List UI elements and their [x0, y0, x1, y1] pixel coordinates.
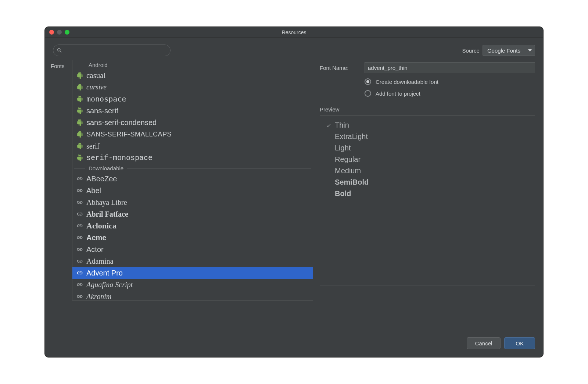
- font-item-label: Advent Pro: [86, 269, 123, 277]
- dialog-body: Fonts Androidcasualcursivemonospacesans-…: [45, 60, 543, 331]
- preview-weight-item[interactable]: SemiBold: [325, 177, 530, 188]
- font-item-label: Abhaya Libre: [86, 198, 127, 207]
- font-item-label: Abril Fatface: [86, 210, 128, 218]
- preview-weight-label: Light: [335, 144, 351, 152]
- android-icon: [76, 119, 83, 126]
- resources-dialog: Resources Source Google Fonts Fonts Andr…: [45, 27, 543, 357]
- toolbar: Source Google Fonts: [45, 38, 543, 60]
- preview-weight-item[interactable]: Bold: [325, 188, 530, 199]
- preview-weight-label: Thin: [335, 121, 349, 129]
- font-item-label: serif-monospace: [86, 154, 153, 162]
- link-icon: [76, 187, 83, 194]
- font-item-label: Abel: [86, 186, 101, 195]
- font-item-label: cursive: [86, 83, 107, 91]
- zoom-window-button[interactable]: [65, 30, 69, 35]
- preview-weight-item[interactable]: Light: [325, 142, 530, 154]
- font-list-item[interactable]: Abhaya Libre: [72, 196, 313, 208]
- radio-create-downloadable[interactable]: Create downloadable font: [365, 78, 535, 85]
- font-item-label: Acme: [86, 234, 106, 242]
- cancel-button[interactable]: Cancel: [467, 337, 501, 349]
- radio-add-to-project[interactable]: Add font to project: [365, 90, 535, 97]
- search-input[interactable]: [53, 45, 171, 56]
- source-dropdown[interactable]: Google Fonts: [483, 45, 535, 56]
- font-group-header: Downloadable: [72, 164, 313, 173]
- font-list-item[interactable]: Adamina: [72, 255, 313, 267]
- font-item-label: sans-serif-condensed: [86, 118, 157, 127]
- ok-button[interactable]: OK: [504, 337, 535, 349]
- font-list-item[interactable]: Advent Pro: [72, 267, 313, 279]
- font-list-item[interactable]: SANS-SERIF-SMALLCAPS: [72, 128, 313, 140]
- font-item-label: casual: [86, 71, 105, 80]
- link-icon: [76, 222, 83, 230]
- radio-icon: [365, 78, 371, 85]
- link-icon: [76, 175, 83, 182]
- preview-weight-item[interactable]: Medium: [325, 165, 530, 177]
- link-icon: [76, 199, 83, 206]
- preview-weight-item[interactable]: ExtraLight: [325, 131, 530, 142]
- font-item-label: SANS-SERIF-SMALLCAPS: [86, 131, 172, 138]
- font-item-label: sans-serif: [86, 107, 118, 115]
- link-icon: [76, 234, 83, 241]
- font-list-item[interactable]: sans-serif-condensed: [72, 117, 313, 128]
- link-icon: [76, 210, 83, 218]
- android-icon: [76, 107, 83, 114]
- radio-label: Add font to project: [376, 90, 420, 97]
- font-name-input[interactable]: [365, 62, 535, 73]
- link-icon: [76, 281, 83, 288]
- minimize-window-button[interactable]: [57, 30, 62, 35]
- font-name-row: Font Name:: [320, 62, 535, 73]
- window-title: Resources: [45, 29, 543, 35]
- link-icon: [76, 246, 83, 253]
- android-icon: [76, 154, 83, 161]
- font-list-item[interactable]: Actor: [72, 243, 313, 255]
- font-item-label: monospace: [86, 95, 126, 103]
- preview-label: Preview: [320, 106, 535, 113]
- left-column: Fonts Androidcasualcursivemonospacesans-…: [49, 60, 313, 331]
- source-selector: Source Google Fonts: [462, 45, 535, 56]
- font-name-label: Font Name:: [320, 65, 361, 71]
- preview-weight-label: SemiBold: [335, 178, 369, 186]
- preview-weight-item[interactable]: Thin: [325, 120, 530, 131]
- check-icon: [325, 123, 332, 128]
- font-item-label: Adamina: [86, 257, 113, 266]
- font-item-label: Actor: [86, 245, 104, 254]
- font-list-item[interactable]: casual: [72, 70, 313, 81]
- link-icon: [76, 269, 83, 277]
- window-controls: [45, 30, 69, 35]
- font-list-item[interactable]: serif-monospace: [72, 152, 313, 164]
- font-item-label: Aclonica: [86, 221, 116, 231]
- source-dropdown-value: Google Fonts: [483, 45, 525, 56]
- fonts-section-label: Fonts: [49, 60, 69, 331]
- font-list-item[interactable]: Aclonica: [72, 220, 313, 232]
- font-list-item[interactable]: ABeeZee: [72, 173, 313, 185]
- radio-label: Create downloadable font: [376, 79, 438, 85]
- android-icon: [76, 142, 83, 150]
- font-list-item[interactable]: serif: [72, 140, 313, 152]
- link-icon: [76, 293, 83, 300]
- preview-weight-label: Medium: [335, 167, 361, 175]
- font-list-item[interactable]: Abel: [72, 185, 313, 196]
- font-item-label: serif: [86, 142, 100, 150]
- android-icon: [76, 83, 83, 91]
- radio-icon: [365, 90, 371, 97]
- font-list-item[interactable]: monospace: [72, 93, 313, 105]
- font-list-item[interactable]: sans-serif: [72, 105, 313, 117]
- android-icon: [76, 131, 83, 138]
- font-list-item[interactable]: Acme: [72, 232, 313, 243]
- font-list-item[interactable]: Akronim: [72, 291, 313, 301]
- preview-weight-label: Regular: [335, 155, 361, 164]
- font-list[interactable]: Androidcasualcursivemonospacesans-serifs…: [72, 60, 313, 301]
- font-item-label: Aguafina Script: [86, 281, 133, 289]
- titlebar: Resources: [45, 27, 543, 38]
- preview-weight-item[interactable]: Regular: [325, 154, 530, 165]
- font-group-header: Android: [72, 60, 313, 70]
- preview-box: ThinExtraLightLightRegularMediumSemiBold…: [320, 115, 535, 285]
- font-list-item[interactable]: cursive: [72, 81, 313, 93]
- chevron-down-icon: [525, 45, 535, 56]
- font-list-item[interactable]: Aguafina Script: [72, 279, 313, 291]
- close-window-button[interactable]: [49, 30, 54, 35]
- preview-weight-label: ExtraLight: [335, 132, 368, 141]
- dialog-footer: Cancel OK: [45, 331, 543, 357]
- font-list-item[interactable]: Abril Fatface: [72, 208, 313, 220]
- source-label: Source: [462, 47, 480, 54]
